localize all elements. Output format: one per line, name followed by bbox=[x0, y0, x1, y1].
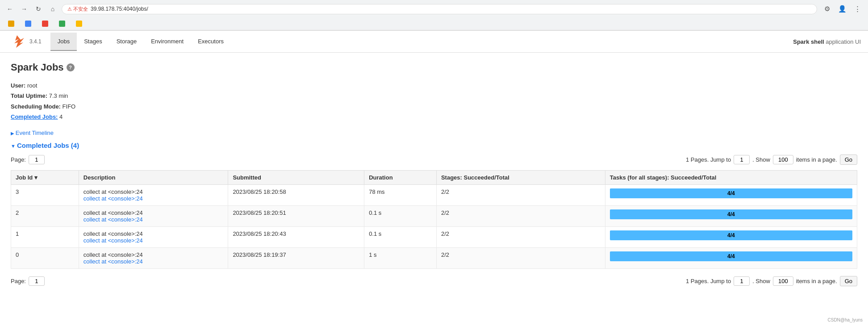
uptime-value: 7.3 min bbox=[49, 92, 68, 99]
bookmark-3[interactable] bbox=[38, 19, 54, 29]
app-name: Spark shell bbox=[793, 38, 824, 45]
page-input-top[interactable] bbox=[29, 155, 45, 164]
spark-nav: 3.4.1 Jobs Stages Storage Environment Ex… bbox=[0, 31, 868, 53]
progress-bar-container: 4/4 bbox=[610, 230, 852, 240]
show-label-top: . Show bbox=[752, 156, 770, 163]
menu-button[interactable]: ⋮ bbox=[851, 3, 864, 15]
app-title: Spark shell application UI bbox=[793, 38, 861, 45]
tab-environment[interactable]: Environment bbox=[144, 33, 191, 51]
page-label-bottom: Page: bbox=[11, 278, 26, 284]
description-main: collect at <console>:24 bbox=[83, 251, 143, 258]
cell-job-id: 0 bbox=[11, 247, 79, 268]
bookmark-5[interactable] bbox=[72, 19, 88, 29]
browser-chrome: ← → ↻ ⌂ ⚠ 不安全 39.98.178.75:4040/jobs/ ⚙ … bbox=[0, 0, 868, 31]
col-job-id[interactable]: Job Id ▾ bbox=[11, 170, 79, 184]
profile-button[interactable]: 👤 bbox=[836, 3, 848, 15]
pagination-top: Page: 1 Pages. Jump to . Show items in a… bbox=[11, 155, 857, 165]
description-link[interactable]: collect at <console>:24 bbox=[83, 195, 224, 202]
show-input-top[interactable] bbox=[773, 155, 793, 164]
table-row: 3collect at <console>:24collect at <cons… bbox=[11, 184, 857, 205]
user-value: root bbox=[27, 82, 37, 89]
scheduling-label: Scheduling Mode: bbox=[11, 103, 61, 110]
uptime-row: Total Uptime: 7.3 min bbox=[11, 91, 857, 101]
scheduling-value: FIFO bbox=[63, 103, 76, 110]
description-main: collect at <console>:24 bbox=[83, 209, 143, 216]
show-input-bottom[interactable] bbox=[773, 276, 793, 286]
reload-button[interactable]: ↻ bbox=[33, 4, 44, 14]
cell-stages: 2/2 bbox=[436, 226, 605, 247]
cell-description: collect at <console>:24collect at <conso… bbox=[79, 184, 228, 205]
cell-submitted: 2023/08/25 18:19:37 bbox=[228, 247, 364, 268]
back-button[interactable]: ← bbox=[4, 4, 15, 14]
meta-info: User: root Total Uptime: 7.3 min Schedul… bbox=[11, 80, 857, 122]
description-main: collect at <console>:24 bbox=[83, 230, 143, 237]
completed-jobs-section-header[interactable]: Completed Jobs (4) bbox=[11, 142, 857, 149]
pagination-right-top: 1 Pages. Jump to . Show items in a page.… bbox=[686, 155, 857, 165]
home-button[interactable]: ⌂ bbox=[47, 4, 58, 14]
pagination-bottom: Page: 1 Pages. Jump to . Show items in a… bbox=[11, 276, 857, 286]
jump-input-top[interactable] bbox=[734, 155, 750, 164]
bookmarks-bar bbox=[0, 18, 868, 30]
tab-executors[interactable]: Executors bbox=[191, 33, 231, 51]
bookmark-4[interactable] bbox=[55, 19, 71, 29]
cell-duration: 0.1 s bbox=[364, 205, 437, 226]
completed-jobs-label[interactable]: Completed Jobs: bbox=[11, 113, 58, 120]
cell-tasks: 4/4 bbox=[605, 226, 857, 247]
jobs-table: Job Id ▾ Description Submitted Duration … bbox=[11, 170, 857, 269]
forward-button[interactable]: → bbox=[19, 4, 29, 14]
cell-description: collect at <console>:24collect at <conso… bbox=[79, 226, 228, 247]
help-badge[interactable]: ? bbox=[67, 63, 75, 71]
cell-duration: 1 s bbox=[364, 247, 437, 268]
cell-duration: 78 ms bbox=[364, 184, 437, 205]
col-stages: Stages: Succeeded/Total bbox=[436, 170, 605, 184]
cell-tasks: 4/4 bbox=[605, 184, 857, 205]
pagination-right-bottom: 1 Pages. Jump to . Show items in a page.… bbox=[686, 276, 857, 286]
uptime-label: Total Uptime: bbox=[11, 92, 47, 99]
cell-submitted: 2023/08/25 18:20:43 bbox=[228, 226, 364, 247]
cell-job-id: 2 bbox=[11, 205, 79, 226]
tab-storage[interactable]: Storage bbox=[109, 33, 144, 51]
address-bar[interactable]: ⚠ 不安全 39.98.178.75:4040/jobs/ bbox=[62, 4, 817, 14]
col-description: Description bbox=[79, 170, 228, 184]
description-link[interactable]: collect at <console>:24 bbox=[83, 237, 224, 244]
cell-job-id: 3 bbox=[11, 184, 79, 205]
table-row: 1collect at <console>:24collect at <cons… bbox=[11, 226, 857, 247]
go-button-top[interactable]: Go bbox=[840, 155, 857, 165]
table-row: 0collect at <console>:24collect at <cons… bbox=[11, 247, 857, 268]
page-label-top: Page: bbox=[11, 156, 26, 163]
col-duration: Duration bbox=[364, 170, 437, 184]
go-button-bottom[interactable]: Go bbox=[840, 276, 857, 286]
page-input-bottom[interactable] bbox=[29, 276, 45, 286]
spark-logo: 3.4.1 bbox=[7, 31, 42, 52]
jump-input-bottom[interactable] bbox=[734, 276, 750, 286]
browser-actions: ⚙ 👤 ⋮ bbox=[821, 3, 864, 15]
progress-bar-label: 4/4 bbox=[610, 209, 852, 219]
bookmark-1[interactable] bbox=[4, 19, 20, 29]
progress-bar-container: 4/4 bbox=[610, 188, 852, 198]
progress-bar-label: 4/4 bbox=[610, 188, 852, 198]
page-title: Spark Jobs ? bbox=[11, 62, 857, 73]
progress-bar-label: 4/4 bbox=[610, 251, 852, 261]
pages-info-bottom: 1 Pages. Jump to bbox=[686, 278, 731, 284]
main-content: Spark Jobs ? User: root Total Uptime: 7.… bbox=[0, 53, 868, 301]
cell-submitted: 2023/08/25 18:20:51 bbox=[228, 205, 364, 226]
cell-description: collect at <console>:24collect at <conso… bbox=[79, 205, 228, 226]
description-link[interactable]: collect at <console>:24 bbox=[83, 216, 224, 223]
progress-bar-container: 4/4 bbox=[610, 251, 852, 261]
scheduling-row: Scheduling Mode: FIFO bbox=[11, 101, 857, 112]
spark-logo-icon bbox=[7, 34, 27, 49]
tab-jobs[interactable]: Jobs bbox=[50, 33, 77, 51]
svg-marker-0 bbox=[14, 35, 24, 48]
items-label-top: items in a page. bbox=[796, 156, 837, 163]
table-row: 2collect at <console>:24collect at <cons… bbox=[11, 205, 857, 226]
bookmark-2[interactable] bbox=[21, 19, 37, 29]
cell-tasks: 4/4 bbox=[605, 247, 857, 268]
extensions-button[interactable]: ⚙ bbox=[821, 3, 833, 15]
user-row: User: root bbox=[11, 80, 857, 91]
cell-submitted: 2023/08/25 18:20:58 bbox=[228, 184, 364, 205]
description-link[interactable]: collect at <console>:24 bbox=[83, 258, 224, 265]
url-text: 39.98.178.75:4040/jobs/ bbox=[91, 6, 148, 12]
event-timeline-link[interactable]: Event Timeline bbox=[11, 130, 857, 136]
tab-stages[interactable]: Stages bbox=[77, 33, 109, 51]
cell-tasks: 4/4 bbox=[605, 205, 857, 226]
